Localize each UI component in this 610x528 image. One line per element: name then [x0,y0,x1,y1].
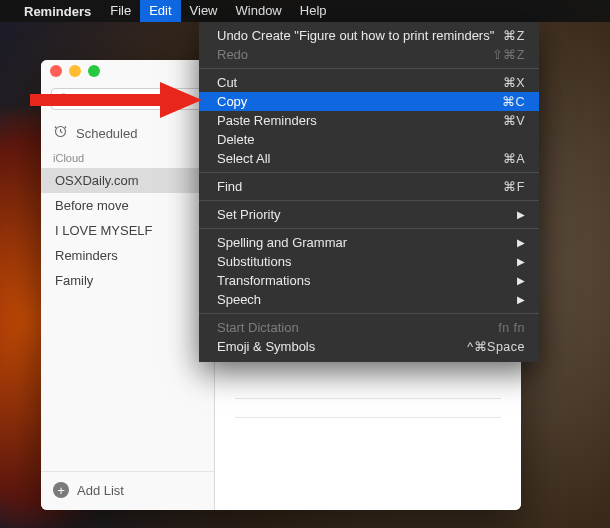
menu-item-label: Copy [217,94,502,109]
menu-item[interactable]: Set Priority▶ [199,205,539,224]
divider [235,417,501,418]
annotation-arrow-icon [30,80,210,120]
zoom-icon[interactable] [88,65,100,77]
close-icon[interactable] [50,65,62,77]
menu-separator [199,313,539,314]
menu-item-label: Paste Reminders [217,113,503,128]
menu-item[interactable]: Delete [199,130,539,149]
plus-icon: + [53,482,69,498]
clock-icon [53,124,68,142]
menu-item[interactable]: Spelling and Grammar▶ [199,233,539,252]
add-list-button[interactable]: + Add List [41,471,214,510]
menu-item[interactable]: Transformations▶ [199,271,539,290]
menu-view[interactable]: View [181,0,227,22]
edit-menu-dropdown: Undo Create "Figure out how to print rem… [199,22,539,362]
add-list-label: Add List [77,483,124,498]
list-item[interactable]: Reminders [41,243,214,268]
menu-shortcut: ^⌘Space [467,339,525,354]
sidebar-section: iCloud [41,148,214,168]
list-item[interactable]: Family [41,268,214,293]
menu-item-label: Spelling and Grammar [217,235,517,250]
menu-item-label: Cut [217,75,503,90]
menu-item-label: Delete [217,132,525,147]
menu-item[interactable]: Speech▶ [199,290,539,309]
sidebar-item-scheduled[interactable]: Scheduled [41,118,214,148]
svg-rect-3 [30,94,160,106]
menu-item: Start Dictationfn fn [199,318,539,337]
menu-shortcut: ⌘X [503,75,525,90]
menu-separator [199,200,539,201]
menu-item[interactable]: Copy⌘C [199,92,539,111]
submenu-arrow-icon: ▶ [517,256,525,267]
menu-help[interactable]: Help [291,0,336,22]
menu-item-label: Undo Create "Figure out how to print rem… [217,28,503,43]
menu-shortcut: ⇧⌘Z [492,47,525,62]
scheduled-label: Scheduled [76,126,137,141]
menu-separator [199,68,539,69]
menu-shortcut: ⌘F [503,179,525,194]
menu-item[interactable]: Substitutions▶ [199,252,539,271]
submenu-arrow-icon: ▶ [517,294,525,305]
app-name[interactable]: Reminders [24,4,91,19]
menu-item: Redo⇧⌘Z [199,45,539,64]
menu-item-label: Find [217,179,503,194]
sidebar: Search Scheduled iCloud OSXDaily.com Bef… [41,60,215,510]
list-item[interactable]: Before move [41,193,214,218]
menu-item[interactable]: Cut⌘X [199,73,539,92]
svg-marker-4 [160,82,202,118]
menu-item-label: Speech [217,292,517,307]
menu-item-label: Substitutions [217,254,517,269]
menu-file[interactable]: File [101,0,140,22]
menu-item-label: Emoji & Symbols [217,339,467,354]
menu-item-label: Transformations [217,273,517,288]
menu-item[interactable]: Select All⌘A [199,149,539,168]
submenu-arrow-icon: ▶ [517,275,525,286]
menu-item-label: Set Priority [217,207,517,222]
minimize-icon[interactable] [69,65,81,77]
menu-shortcut: ⌘A [503,151,525,166]
menu-item[interactable]: Emoji & Symbols^⌘Space [199,337,539,356]
menu-shortcut: ⌘C [502,94,525,109]
list-item[interactable]: OSXDaily.com [41,168,214,193]
menu-item-label: Redo [217,47,492,62]
list-item[interactable]: I LOVE MYSELF [41,218,214,243]
menu-shortcut: ⌘Z [503,28,525,43]
menu-item[interactable]: Find⌘F [199,177,539,196]
submenu-arrow-icon: ▶ [517,237,525,248]
menu-item-label: Select All [217,151,503,166]
menu-item[interactable]: Paste Reminders⌘V [199,111,539,130]
menu-shortcut: ⌘V [503,113,525,128]
menu-item[interactable]: Undo Create "Figure out how to print rem… [199,26,539,45]
submenu-arrow-icon: ▶ [517,209,525,220]
menu-edit[interactable]: Edit [140,0,180,22]
menu-window[interactable]: Window [227,0,291,22]
menu-separator [199,172,539,173]
menubar: Reminders File Edit View Window Help [0,0,610,22]
menu-shortcut: fn fn [498,321,525,335]
menu-item-label: Start Dictation [217,320,498,335]
menu-separator [199,228,539,229]
divider [235,398,501,399]
